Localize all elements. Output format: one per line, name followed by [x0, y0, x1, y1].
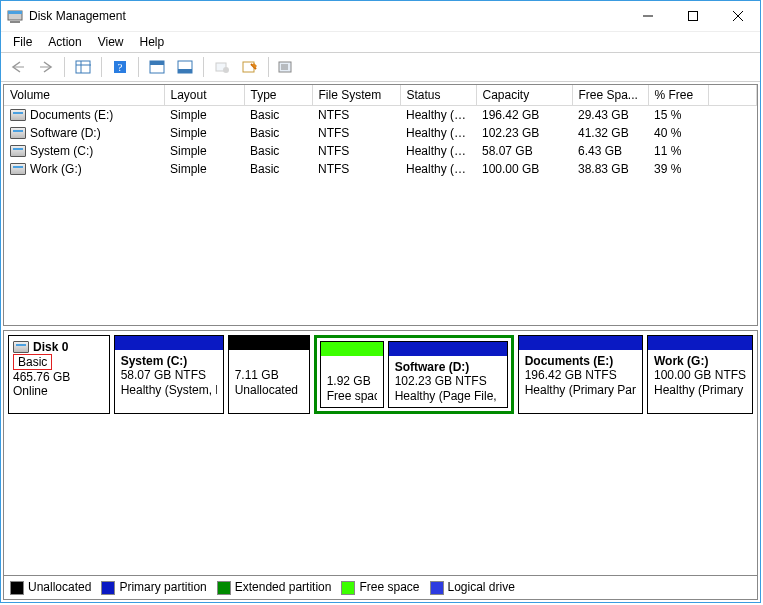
partition-status: Unallocated: [235, 383, 303, 397]
cell-layout: Simple: [164, 106, 244, 125]
partition-software-d[interactable]: Software (D:) 102.23 GB NTFS Healthy (Pa…: [388, 341, 508, 408]
table-header-row: Volume Layout Type File System Status Ca…: [4, 85, 757, 106]
col-layout[interactable]: Layout: [164, 85, 244, 106]
volume-icon: [10, 145, 26, 157]
legend-label: Free space: [359, 580, 419, 594]
partition-size: 100.00 GB NTFS: [654, 368, 746, 382]
toolbar: ?: [1, 52, 760, 82]
disk-size: 465.76 GB: [13, 370, 105, 384]
action-button[interactable]: [237, 55, 263, 79]
partition-work-g[interactable]: Work (G:) 100.00 GB NTFS Healthy (Primar…: [647, 335, 753, 414]
legend-swatch-icon: [341, 581, 355, 595]
cell-type: Basic: [244, 124, 312, 142]
cell-volume: Software (D:): [30, 126, 101, 140]
menu-bar: File Action View Help: [1, 32, 760, 52]
disk-header[interactable]: Disk 0 Basic 465.76 GB Online: [8, 335, 110, 414]
cell-pct: 11 %: [648, 142, 708, 160]
table-row[interactable]: Work (G:) Simple Basic NTFS Healthy (P..…: [4, 160, 757, 178]
table-row[interactable]: Documents (E:) Simple Basic NTFS Healthy…: [4, 106, 757, 125]
toolbar-separator: [101, 57, 102, 77]
partition-color-bar: [229, 336, 309, 350]
nav-back-button[interactable]: [5, 55, 31, 79]
cell-pct: 15 %: [648, 106, 708, 125]
cell-free: 41.32 GB: [572, 124, 648, 142]
cell-volume: Work (G:): [30, 162, 82, 176]
view-top-button[interactable]: [144, 55, 170, 79]
svg-rect-4: [688, 12, 697, 21]
toolbar-separator: [268, 57, 269, 77]
col-pct-free[interactable]: % Free: [648, 85, 708, 106]
app-icon: [7, 8, 23, 24]
partition-status: Healthy (Page File,: [395, 389, 501, 403]
minimize-button[interactable]: [625, 1, 670, 31]
partition-name: Documents (E:): [525, 354, 636, 368]
partition-size: 7.11 GB: [235, 368, 303, 382]
partition-color-bar: [115, 336, 223, 350]
menu-action[interactable]: Action: [40, 33, 89, 51]
cell-type: Basic: [244, 160, 312, 178]
partition-name: Work (G:): [654, 354, 746, 368]
svg-point-19: [223, 67, 229, 73]
partition-size: 196.42 GB NTFS: [525, 368, 636, 382]
menu-view[interactable]: View: [90, 33, 132, 51]
partition-documents-e[interactable]: Documents (E:) 196.42 GB NTFS Healthy (P…: [518, 335, 643, 414]
nav-forward-button[interactable]: [33, 55, 59, 79]
cell-layout: Simple: [164, 160, 244, 178]
show-hide-tree-button[interactable]: [70, 55, 96, 79]
col-free-space[interactable]: Free Spa...: [572, 85, 648, 106]
col-spacer: [708, 85, 757, 106]
cell-free: 38.83 GB: [572, 160, 648, 178]
more-button[interactable]: [274, 55, 300, 79]
disk-type-highlight: Basic: [13, 354, 52, 370]
menu-help[interactable]: Help: [132, 33, 173, 51]
partition-free-space[interactable]: 1.92 GB Free space: [320, 341, 384, 408]
volume-list[interactable]: Volume Layout Type File System Status Ca…: [3, 84, 758, 326]
table-row[interactable]: Software (D:) Simple Basic NTFS Healthy …: [4, 124, 757, 142]
window-controls: [625, 1, 760, 31]
menu-file[interactable]: File: [5, 33, 40, 51]
toolbar-separator: [64, 57, 65, 77]
disk-management-window: Disk Management File Action View Help ?: [0, 0, 761, 603]
col-status[interactable]: Status: [400, 85, 476, 106]
legend: Unallocated Primary partition Extended p…: [4, 575, 757, 599]
legend-swatch-icon: [430, 581, 444, 595]
volume-icon: [10, 109, 26, 121]
col-volume[interactable]: Volume: [4, 85, 164, 106]
view-bottom-button[interactable]: [172, 55, 198, 79]
help-button[interactable]: ?: [107, 55, 133, 79]
svg-rect-9: [76, 61, 90, 73]
partition-unallocated[interactable]: 7.11 GB Unallocated: [228, 335, 310, 414]
volume-table: Volume Layout Type File System Status Ca…: [4, 85, 757, 178]
extended-partition-group: 1.92 GB Free space Software (D:) 102.23 …: [314, 335, 514, 414]
legend-primary: Primary partition: [101, 580, 206, 595]
toolbar-separator: [203, 57, 204, 77]
cell-pct: 40 %: [648, 124, 708, 142]
svg-rect-15: [150, 61, 164, 65]
settings-button[interactable]: [209, 55, 235, 79]
maximize-button[interactable]: [670, 1, 715, 31]
legend-swatch-icon: [10, 581, 24, 595]
cell-free: 6.43 GB: [572, 142, 648, 160]
svg-rect-17: [178, 69, 192, 73]
table-row[interactable]: System (C:) Simple Basic NTFS Healthy (S…: [4, 142, 757, 160]
cell-capacity: 100.00 GB: [476, 160, 572, 178]
legend-free: Free space: [341, 580, 419, 595]
cell-type: Basic: [244, 142, 312, 160]
svg-rect-1: [8, 11, 22, 14]
partition-system-c[interactable]: System (C:) 58.07 GB NTFS Healthy (Syste…: [114, 335, 224, 414]
close-button[interactable]: [715, 1, 760, 31]
cell-type: Basic: [244, 106, 312, 125]
partition-size: 58.07 GB NTFS: [121, 368, 217, 382]
legend-unallocated: Unallocated: [10, 580, 91, 595]
window-title: Disk Management: [29, 9, 625, 23]
volume-icon: [10, 127, 26, 139]
col-capacity[interactable]: Capacity: [476, 85, 572, 106]
legend-swatch-icon: [217, 581, 231, 595]
disk-graphical-view: Disk 0 Basic 465.76 GB Online System (C:…: [3, 330, 758, 600]
col-type[interactable]: Type: [244, 85, 312, 106]
legend-label: Logical drive: [448, 580, 515, 594]
col-filesystem[interactable]: File System: [312, 85, 400, 106]
cell-layout: Simple: [164, 142, 244, 160]
cell-status: Healthy (P...: [400, 106, 476, 125]
cell-volume: Documents (E:): [30, 108, 113, 122]
